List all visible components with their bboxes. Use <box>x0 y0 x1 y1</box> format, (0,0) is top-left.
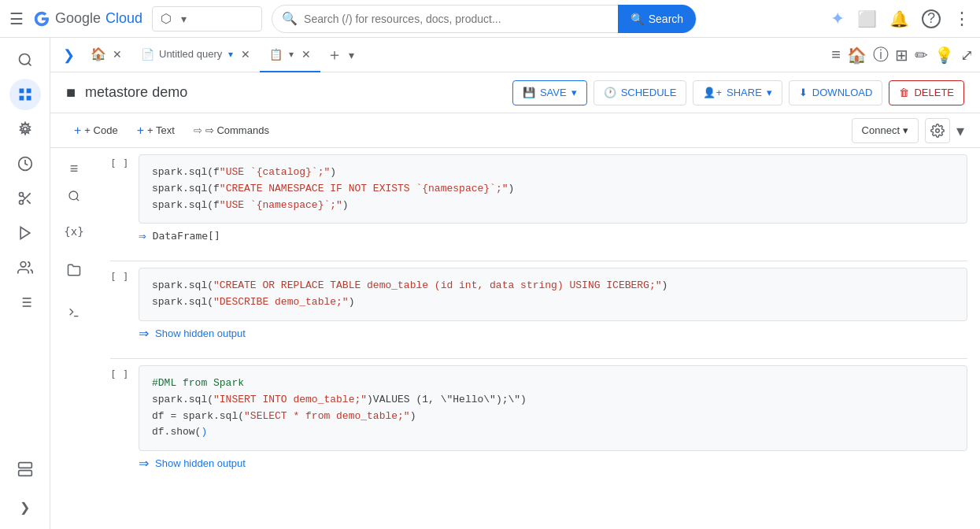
google-logo-icon <box>33 10 50 28</box>
settings-button[interactable] <box>925 118 950 143</box>
more-options-icon[interactable]: ⋮ <box>953 9 971 29</box>
logo-cloud-text: Cloud <box>105 10 142 27</box>
add-text-label: + Text <box>147 124 175 136</box>
svg-line-12 <box>22 196 24 198</box>
search-input[interactable] <box>304 13 612 25</box>
search-button[interactable]: 🔍 Search <box>618 5 696 33</box>
sidebar-item-scissors[interactable] <box>9 183 41 214</box>
svg-point-26 <box>69 191 78 200</box>
cell-3-code[interactable]: #DML from Spark spark.sql("INSERT INTO d… <box>139 365 967 451</box>
gutter-folder-icon[interactable] <box>67 250 81 294</box>
gemini-icon[interactable]: ✦ <box>830 9 845 29</box>
show-hidden-arrow-icon: ⇒ <box>139 326 149 341</box>
delete-button[interactable]: 🗑 DELETE <box>889 80 964 105</box>
sidebar-item-settings[interactable] <box>9 113 41 145</box>
svg-line-1 <box>28 63 31 66</box>
notebook-header: ■ metastore demo 💾 SAVE ▾ 🕐 SCHEDULE 👤+ … <box>50 72 980 113</box>
tab-info-icon[interactable]: ⓘ <box>873 44 889 65</box>
tab-table-icon[interactable]: ⊞ <box>895 46 908 65</box>
project-hex-icon: ⬡ <box>161 11 172 26</box>
tab-edit-icon[interactable]: ✏ <box>915 46 928 65</box>
tab-query-close-icon[interactable]: ✕ <box>241 48 250 61</box>
sidebar-item-list[interactable] <box>9 287 41 318</box>
sidebar-item-storage[interactable] <box>9 453 41 485</box>
tab-home[interactable]: 🏠 ✕ <box>81 38 131 72</box>
commands-arrow-icon: ⇨ <box>194 124 202 136</box>
sidebar-item-people[interactable] <box>9 252 41 283</box>
add-code-button[interactable]: + + Code <box>66 118 126 143</box>
cell-2-code[interactable]: spark.sql("CREATE OR REPLACE TABLE demo_… <box>139 268 967 321</box>
gutter-search-icon[interactable] <box>68 183 80 213</box>
left-sidebar: ❯ <box>0 38 50 529</box>
tab-active-close-icon[interactable]: ✕ <box>301 48 311 61</box>
connect-button[interactable]: Connect ▾ <box>852 118 919 143</box>
sidebar-item-deploy[interactable] <box>9 217 41 249</box>
logo-google-text: Google <box>55 10 101 27</box>
bell-icon[interactable]: 🔔 <box>889 9 909 28</box>
tab-lightbulb-icon[interactable]: 💡 <box>934 46 954 65</box>
tab-untitled-query[interactable]: 📄 Untitled query ▾ ✕ <box>131 38 260 72</box>
share-arrow-icon[interactable]: ▾ <box>767 87 772 98</box>
cell-1: [ ] spark.sql(f"USE `{catalog}`;") spark… <box>110 154 967 248</box>
download-button[interactable]: ⬇ DOWNLOAD <box>789 80 883 105</box>
tab-query-dropdown-icon[interactable]: ▾ <box>228 49 233 60</box>
share-label: SHARE <box>727 87 762 98</box>
cell-2-show-hidden-button[interactable]: ⇒ Show hidden output <box>139 321 967 346</box>
gutter-list-icon[interactable]: ≡ <box>70 154 79 183</box>
tab-bar-actions: ≡ 🏠 ⓘ ⊞ ✏ 💡 ⤢ <box>831 44 974 65</box>
delete-label: DELETE <box>914 87 954 98</box>
svg-line-27 <box>76 198 79 201</box>
cell-2-output-wrapper: ⇒ Show hidden output <box>139 321 967 346</box>
notebook-doc-icon: ■ <box>66 83 76 102</box>
save-icon: 💾 <box>523 87 535 98</box>
tab-home-close-icon[interactable]: ✕ <box>113 48 122 61</box>
cell-2-content[interactable]: spark.sql("CREATE OR REPLACE TABLE demo_… <box>139 268 967 321</box>
sidebar-collapse-icon[interactable]: ❯ <box>9 491 41 523</box>
save-arrow-icon[interactable]: ▾ <box>571 87 577 98</box>
project-arrow-icon: ▾ <box>181 13 187 25</box>
schedule-button[interactable]: 🕐 SCHEDULE <box>594 80 687 105</box>
add-code-label: + Code <box>84 124 117 136</box>
svg-point-0 <box>19 54 29 65</box>
tab-expand-icon[interactable]: ⤢ <box>960 46 974 65</box>
terminal-icon[interactable]: ⬜ <box>857 9 877 28</box>
tab-more-icon[interactable]: ▾ <box>349 49 354 61</box>
tab-active[interactable]: 📋 ▾ ✕ <box>260 38 320 72</box>
expand-chevron-icon[interactable]: ▾ <box>956 121 964 140</box>
tab-active-icon: 📋 <box>269 48 283 61</box>
cell-1-code[interactable]: spark.sql(f"USE `{catalog}`;") spark.sql… <box>139 154 967 224</box>
cell-3-content[interactable]: #DML from Spark spark.sql("INSERT INTO d… <box>139 365 967 451</box>
gutter-terminal-icon[interactable] <box>68 294 80 335</box>
cell-1-content[interactable]: spark.sql(f"USE `{catalog}`;") spark.sql… <box>139 154 967 224</box>
project-selector[interactable]: ⬡ ▾ <box>152 6 262 31</box>
sidebar-item-search[interactable] <box>9 44 41 76</box>
cell-3-show-hidden-button[interactable]: ⇒ Show hidden output <box>139 451 967 475</box>
topbar-actions: ✦ ⬜ 🔔 ? ⋮ <box>830 9 971 29</box>
tab-active-dropdown-icon[interactable]: ▾ <box>289 49 294 60</box>
divider-2 <box>110 358 967 359</box>
add-text-button[interactable]: + + Text <box>129 118 183 143</box>
download-icon: ⬇ <box>799 87 808 98</box>
share-button[interactable]: 👤+ SHARE ▾ <box>693 80 782 105</box>
help-icon[interactable]: ? <box>922 9 941 28</box>
svg-rect-21 <box>18 463 31 468</box>
tab-home-nav-icon[interactable]: 🏠 <box>847 46 867 65</box>
sidebar-expand-button[interactable]: ❯ <box>57 46 81 64</box>
tab-list-icon[interactable]: ≡ <box>831 46 841 64</box>
cell-2-bracket: [ ] <box>110 268 132 283</box>
cell-2: [ ] spark.sql("CREATE OR REPLACE TABLE d… <box>110 268 967 346</box>
save-button[interactable]: 💾 SAVE ▾ <box>512 80 587 105</box>
cell-1-output: ⇒ DataFrame[] <box>139 224 967 248</box>
tab-add-button[interactable]: ＋ <box>320 44 349 65</box>
search-btn-label: Search <box>649 13 683 25</box>
search-bar[interactable]: 🔍 🔍 Search <box>272 5 697 33</box>
connect-arrow-icon: ▾ <box>903 124 908 136</box>
schedule-label: SCHEDULE <box>621 87 677 98</box>
gutter-var-icon[interactable]: {x} <box>64 213 83 250</box>
connect-label: Connect <box>862 124 900 136</box>
sidebar-item-dashboard[interactable] <box>9 79 41 110</box>
add-code-plus-icon: + <box>74 124 81 138</box>
sidebar-item-history[interactable] <box>9 148 41 179</box>
menu-icon[interactable]: ☰ <box>9 9 24 28</box>
commands-button[interactable]: ⇨ ⇨ Commands <box>186 118 277 143</box>
